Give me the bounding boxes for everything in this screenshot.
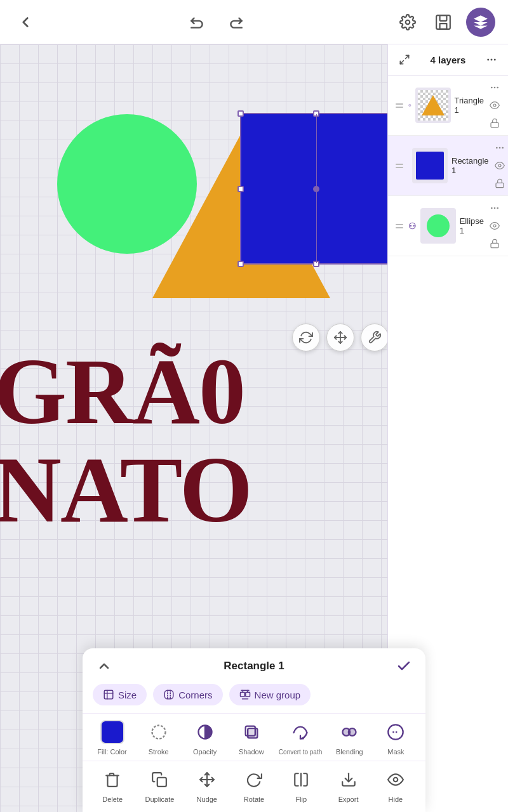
layer-lock-triangle[interactable]	[488, 116, 502, 130]
svg-line-7	[400, 61, 403, 64]
tool-row: Fill: Color Stroke Opacity	[83, 713, 425, 761]
svg-point-29	[410, 225, 411, 226]
svg-rect-43	[245, 692, 250, 697]
layer-visibility-ellipse[interactable]	[488, 219, 502, 233]
svg-point-48	[152, 726, 165, 739]
stroke-tool[interactable]: Stroke	[140, 719, 178, 756]
convert-label: Convert to path	[279, 749, 322, 756]
new-group-pill-label: New group	[255, 690, 301, 700]
svg-point-33	[497, 207, 498, 209]
opacity-label: Opacity	[193, 748, 217, 756]
settings-button[interactable]	[395, 10, 420, 35]
layer-more-ellipse[interactable]	[488, 201, 502, 215]
svg-rect-27	[496, 183, 504, 187]
panel-confirm-button[interactable]	[395, 657, 413, 675]
bottom-panel-header: Rectangle 1	[83, 648, 425, 680]
delete-action[interactable]: Delete	[93, 766, 131, 803]
svg-rect-35	[491, 243, 498, 247]
blending-icon-wrap	[336, 719, 363, 745]
layer-visibility-rectangle[interactable]	[493, 159, 507, 173]
layer-visibility-triangle[interactable]	[488, 98, 502, 112]
svg-point-31	[491, 207, 493, 209]
hide-action[interactable]: Hide	[377, 766, 415, 803]
svg-rect-19	[491, 122, 498, 127]
layer-thumbnail-ellipse	[420, 208, 456, 244]
nudge-action[interactable]: Nudge	[188, 766, 226, 803]
layer-name-rectangle: Rectangle 1	[451, 156, 489, 175]
svg-point-8	[487, 59, 489, 61]
size-pill-label: Size	[118, 690, 137, 700]
hide-icon-wrap	[382, 766, 409, 793]
rotate-label: Rotate	[244, 796, 264, 803]
mask-tool[interactable]: Mask	[377, 719, 415, 756]
panel-collapse-button[interactable]	[95, 657, 113, 675]
blending-tool[interactable]: Blending	[330, 719, 368, 756]
svg-point-59	[394, 778, 398, 782]
stroke-label: Stroke	[149, 748, 169, 756]
layer-drag-triangle	[394, 102, 404, 109]
layer-item-triangle[interactable]: Triangle 1	[388, 75, 508, 136]
svg-point-24	[498, 147, 500, 149]
transform-wrench-button[interactable]	[361, 324, 389, 351]
convert-icon-wrap	[287, 719, 314, 746]
layer-drag-ellipse	[394, 223, 404, 230]
panel-title: Rectangle 1	[224, 660, 284, 672]
duplicate-icon-wrap	[146, 766, 173, 793]
layers-expand-button[interactable]	[396, 51, 413, 69]
save-button[interactable]	[431, 10, 456, 35]
layer-thumbnail-triangle	[415, 88, 451, 123]
opacity-icon-wrap	[192, 719, 218, 745]
sel-handle-tl[interactable]	[237, 110, 244, 117]
export-action[interactable]: Export	[330, 766, 368, 803]
fill-color-label: Fill: Color	[97, 748, 126, 756]
layer-drag-rectangle	[394, 162, 404, 169]
transform-toolbar	[292, 324, 389, 351]
layer-actions-triangle	[488, 81, 502, 130]
canvas-text: GRÃ0 NATO	[0, 343, 251, 540]
sel-handle-bl[interactable]	[237, 261, 244, 267]
opacity-tool[interactable]: Opacity	[186, 719, 224, 756]
layer-type-icon-ellipse	[408, 221, 417, 231]
redo-button[interactable]	[223, 10, 248, 35]
rotate-icon-wrap	[241, 766, 267, 793]
new-group-pill[interactable]: New group	[229, 684, 311, 705]
svg-point-30	[413, 225, 415, 226]
rectangle-shape[interactable]	[241, 114, 391, 263]
svg-point-17	[497, 87, 498, 89]
layer-more-triangle[interactable]	[488, 81, 502, 95]
convert-tool[interactable]: Convert to path	[279, 719, 322, 756]
svg-point-10	[494, 59, 496, 61]
canvas-text-line2: NATO	[0, 441, 251, 539]
layer-more-rectangle[interactable]	[493, 141, 507, 155]
app-header	[0, 0, 508, 44]
undo-button[interactable]	[185, 10, 210, 35]
layer-type-icon-triangle	[408, 100, 411, 110]
transform-refresh-button[interactable]	[292, 324, 320, 351]
layer-item-rectangle[interactable]: Rectangle 1	[388, 136, 508, 196]
rotate-action[interactable]: Rotate	[235, 766, 273, 803]
size-pill[interactable]: Size	[93, 684, 147, 705]
transform-move-button[interactable]	[326, 324, 354, 351]
shadow-tool[interactable]: Shadow	[232, 719, 271, 756]
layer-actions-rectangle	[493, 141, 507, 190]
svg-point-16	[494, 87, 496, 89]
mask-label: Mask	[387, 748, 404, 756]
corners-pill[interactable]: Corners	[153, 684, 222, 705]
shadow-label: Shadow	[239, 748, 264, 756]
layers-avatar[interactable]	[466, 8, 495, 37]
svg-rect-2	[440, 15, 447, 21]
svg-rect-54	[157, 778, 166, 787]
sel-handle-ml[interactable]	[237, 186, 244, 192]
layer-lock-ellipse[interactable]	[488, 237, 502, 251]
layer-lock-rectangle[interactable]	[493, 176, 507, 190]
flip-action[interactable]: Flip	[282, 766, 320, 803]
delete-icon-wrap	[99, 766, 126, 793]
layers-more-button[interactable]	[483, 51, 500, 69]
svg-point-23	[496, 147, 498, 149]
svg-rect-3	[440, 23, 447, 29]
action-row: Delete Duplicate	[83, 761, 425, 812]
layer-item-ellipse[interactable]: Ellipse 1	[388, 196, 508, 256]
duplicate-action[interactable]: Duplicate	[140, 766, 178, 803]
back-button[interactable]	[13, 10, 38, 35]
fill-color-tool[interactable]: Fill: Color	[93, 719, 131, 756]
